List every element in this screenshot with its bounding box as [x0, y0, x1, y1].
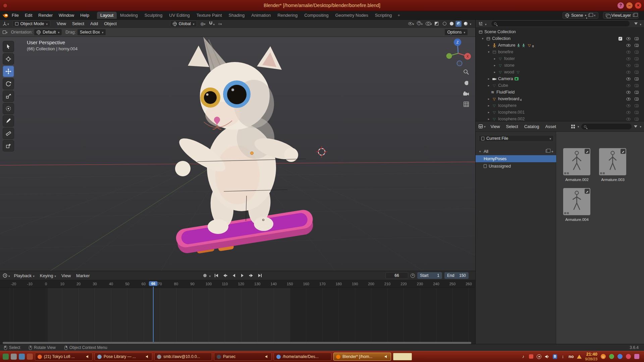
display-mode-caret-icon[interactable]: [578, 124, 579, 129]
catalog-row-unassigned[interactable]: Unassigned: [476, 163, 556, 170]
show-gizmo-dropdown[interactable]: [417, 21, 423, 26]
show-overlays-dropdown[interactable]: [426, 21, 432, 26]
render-visibility-icon[interactable]: [635, 71, 639, 74]
launcher-icon[interactable]: [19, 354, 25, 360]
edit-asset-icon[interactable]: [585, 149, 590, 154]
camera-view-icon[interactable]: [463, 91, 469, 96]
tab-texture-paint[interactable]: Texture Paint: [193, 12, 225, 19]
menu-help[interactable]: Help: [77, 13, 92, 18]
keyboard-layout-indicator[interactable]: no: [569, 354, 574, 359]
active-tool-icon[interactable]: [3, 31, 6, 34]
hide-icon[interactable]: [626, 98, 631, 101]
tab-scripting[interactable]: Scripting: [372, 12, 395, 19]
playback-sync-icon[interactable]: [203, 274, 207, 277]
window-titlebar[interactable]: Blender* [/home/amalie/Desktop/blender/b…: [0, 0, 644, 11]
network-tray-icon[interactable]: [560, 354, 565, 359]
render-visibility-icon[interactable]: [635, 77, 639, 80]
outliner-row-stone[interactable]: stone: [476, 62, 644, 69]
current-frame-field[interactable]: 66: [385, 272, 408, 279]
tool-measure-button[interactable]: [3, 128, 14, 139]
proportional-editing-toggle[interactable]: [218, 21, 222, 26]
expand-icon[interactable]: [493, 57, 496, 60]
viewport-menu-object[interactable]: Object: [101, 21, 120, 26]
tool-scale-button[interactable]: [3, 90, 14, 102]
asset-menu-select[interactable]: Select: [503, 124, 521, 129]
expand-icon[interactable]: [481, 37, 484, 40]
active-tool-caret-icon[interactable]: [6, 30, 8, 35]
outliner-row-wood[interactable]: wood: [476, 69, 644, 75]
hide-icon[interactable]: [626, 104, 631, 107]
pan-hand-icon[interactable]: [463, 80, 469, 86]
expand-icon[interactable]: [487, 104, 490, 107]
asset-menu-catalog[interactable]: Catalog: [521, 124, 542, 129]
editor-type-caret-icon[interactable]: [8, 273, 10, 278]
tab-sculpting[interactable]: Sculpting: [141, 12, 166, 19]
app-tray-icon-blue[interactable]: [618, 354, 623, 359]
tab-rendering[interactable]: Rendering: [274, 12, 301, 19]
hide-icon[interactable]: [626, 77, 631, 80]
catalog-row-all[interactable]: All +: [476, 148, 556, 155]
add-catalog-icon[interactable]: +: [551, 149, 553, 154]
object-origin-dot[interactable]: [251, 152, 254, 155]
menu-file[interactable]: File: [9, 13, 22, 18]
tool-cursor-button[interactable]: [3, 53, 14, 65]
unlink-scene-icon[interactable]: [593, 13, 595, 18]
catalog-row-hornyposes[interactable]: HornyPoses: [476, 155, 556, 162]
taskbar-window-blender[interactable]: Blender* [/hom...: [333, 353, 391, 361]
transform-orientation-selector[interactable]: Global: [170, 20, 197, 27]
taskbar-window-tokyo-lofi[interactable]: (21) Tokyo Lofi ...: [35, 353, 93, 361]
launcher-icon[interactable]: [27, 354, 33, 360]
tool-select-box-button[interactable]: [3, 41, 14, 52]
snapping-toggle[interactable]: [209, 21, 215, 26]
hide-icon[interactable]: [626, 111, 631, 114]
frame-start-field[interactable]: Start 1: [417, 272, 442, 279]
options-dropdown[interactable]: Options: [444, 29, 468, 36]
hide-icon[interactable]: [626, 84, 631, 87]
hide-icon[interactable]: [626, 37, 631, 40]
render-visibility-icon[interactable]: [635, 51, 639, 54]
viewport-canvas[interactable]: Z X: [0, 37, 475, 271]
sticky-note-window[interactable]: [393, 353, 412, 360]
app-tray-icon-red[interactable]: [626, 354, 631, 359]
expand-icon[interactable]: [493, 64, 496, 67]
outliner-row-fluidfield[interactable]: FluidField: [476, 89, 644, 96]
shading-rendered-button[interactable]: [463, 21, 469, 27]
tool-move-button[interactable]: [3, 66, 14, 77]
outliner-row-icosphere[interactable]: Icosphere: [476, 102, 644, 109]
expand-icon[interactable]: [493, 70, 496, 74]
preview-range-clock-icon[interactable]: [411, 274, 415, 278]
asset-filter-icon[interactable]: [634, 125, 637, 128]
app-tray-icon-green[interactable]: [609, 354, 614, 359]
playhead-frame-badge[interactable]: 66: [149, 281, 158, 286]
play-button[interactable]: [239, 273, 246, 278]
window-help-button[interactable]: [618, 2, 624, 9]
editor-type-outliner-icon[interactable]: [478, 21, 483, 26]
shading-solid-button[interactable]: [448, 21, 454, 27]
zoom-icon[interactable]: [463, 69, 469, 75]
asset-search-input[interactable]: [581, 124, 632, 129]
add-workspace-button[interactable]: +: [395, 12, 402, 19]
outliner-row-icosphere-001[interactable]: Icosphere.001: [476, 109, 644, 116]
app-tray-icon-pink[interactable]: [634, 354, 639, 359]
viewport-menu-add[interactable]: Add: [87, 21, 101, 26]
taskbar-clock[interactable]: 21:40 9/28/23: [585, 352, 597, 361]
display-mode-icon[interactable]: [571, 124, 575, 129]
playback-sync-caret-icon[interactable]: [209, 273, 211, 278]
tab-shading[interactable]: Shading: [225, 12, 248, 19]
filter-caret-icon[interactable]: [640, 21, 641, 27]
bluetooth-tray-icon[interactable]: [553, 354, 557, 359]
asset-menu-view[interactable]: View: [488, 124, 503, 129]
menu-edit[interactable]: Edit: [22, 13, 35, 18]
render-visibility-icon[interactable]: [635, 44, 639, 47]
object-visibility-dropdown[interactable]: [408, 21, 414, 26]
outliner-display-caret-icon[interactable]: [485, 21, 487, 27]
previous-keyframe-button[interactable]: [222, 273, 228, 278]
orientation-dropdown[interactable]: Default: [34, 29, 62, 36]
tab-compositing[interactable]: Compositing: [301, 12, 332, 19]
expand-icon[interactable]: [487, 97, 490, 101]
warning-tray-icon[interactable]: [577, 355, 582, 359]
tool-annotate-button[interactable]: [3, 115, 14, 127]
outliner-row-armature[interactable]: Armature 8: [476, 42, 644, 49]
outliner-row-footer[interactable]: footer: [476, 55, 644, 62]
mode-selector[interactable]: Object Mode: [12, 20, 50, 27]
